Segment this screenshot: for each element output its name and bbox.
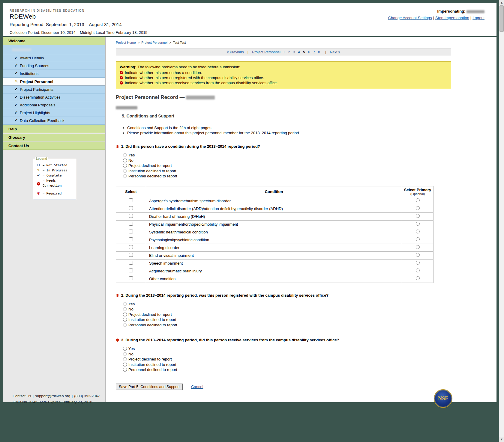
page-3-link[interactable]: 3 xyxy=(293,50,295,54)
project-personnel-link[interactable]: Project Personnel xyxy=(252,50,280,54)
primary-condition-radio[interactable] xyxy=(416,198,420,202)
legend-text: = Required xyxy=(43,191,62,196)
page-6-link[interactable]: 6 xyxy=(308,50,310,54)
radio-button[interactable] xyxy=(123,174,127,178)
sidebar-item-project-participants[interactable]: ✔ Project Participants xyxy=(3,86,105,93)
sidebar-item-help[interactable]: Help xyxy=(3,125,105,133)
sidebar-item-award-details[interactable]: ✔ Award Details xyxy=(3,54,105,62)
radio-option[interactable]: Personnel declined to report xyxy=(123,367,451,372)
condition-checkbox[interactable] xyxy=(129,261,133,265)
condition-checkbox[interactable] xyxy=(129,276,133,280)
scrollbar-thumb[interactable] xyxy=(500,5,504,32)
radio-button[interactable] xyxy=(123,352,127,356)
condition-checkbox[interactable] xyxy=(129,230,133,233)
sidebar-item-glossary[interactable]: Glossary xyxy=(3,134,105,141)
page-4-link[interactable]: 4 xyxy=(298,50,300,54)
radio-option[interactable]: Project declined to report xyxy=(123,312,451,317)
primary-condition-radio[interactable] xyxy=(416,237,420,241)
condition-checkbox[interactable] xyxy=(129,245,133,249)
primary-condition-radio[interactable] xyxy=(416,245,420,249)
save-button[interactable]: Save Part 5: Conditions and Support xyxy=(116,384,183,390)
sidebar-item-contact-us[interactable]: Contact Us xyxy=(3,142,105,150)
radio-button[interactable] xyxy=(123,313,127,316)
scrollbar[interactable]: ▲ ▼ xyxy=(499,0,504,442)
condition-checkbox[interactable] xyxy=(129,237,133,241)
radio-button[interactable] xyxy=(123,357,127,361)
primary-condition-radio[interactable] xyxy=(416,222,420,226)
primary-condition-radio[interactable] xyxy=(416,214,420,218)
condition-checkbox[interactable] xyxy=(129,268,133,272)
sidebar-item-institutions[interactable]: ✔ Institutions xyxy=(3,70,105,78)
previous-page-link[interactable]: < Previous xyxy=(226,50,244,54)
sidebar-item-welcome[interactable]: Welcome xyxy=(3,37,105,45)
radio-option[interactable]: Yes xyxy=(123,346,451,352)
radio-option[interactable]: Personnel declined to report xyxy=(123,322,451,328)
radio-button[interactable] xyxy=(123,302,127,306)
radio-option[interactable]: Personnel declined to report xyxy=(123,174,451,179)
change-account-settings-link[interactable]: Change Account Settings xyxy=(388,16,432,20)
radio-button[interactable] xyxy=(123,363,127,366)
radio-option[interactable]: Project declined to report xyxy=(123,357,451,362)
sidebar-item-dissemination-activities[interactable]: ✔ Dissemination Activities xyxy=(3,93,105,101)
primary-condition-radio[interactable] xyxy=(416,206,420,210)
needs-correction-icon: ✕ xyxy=(37,182,40,185)
legend-required: ✱ = Required xyxy=(36,191,74,196)
page-1-link[interactable]: 1 xyxy=(283,50,285,54)
radio-button[interactable] xyxy=(123,368,127,372)
sidebar-item-data-collection-feedback[interactable]: ✔ Data Collection Feedback xyxy=(3,117,105,125)
page-2-link[interactable]: 2 xyxy=(288,50,290,54)
breadcrumb-project-personnel[interactable]: Project Personnel xyxy=(141,41,167,44)
primary-condition-radio[interactable] xyxy=(416,230,420,233)
logout-link[interactable]: Logout xyxy=(472,16,484,20)
radio-button[interactable] xyxy=(123,164,127,168)
page-8-link[interactable]: 8 xyxy=(318,50,320,54)
page-7-link[interactable]: 7 xyxy=(313,50,315,54)
cancel-link[interactable]: Cancel xyxy=(191,384,203,389)
radio-option[interactable]: No xyxy=(123,158,451,163)
radio-button[interactable] xyxy=(123,323,127,327)
footer-contact-link[interactable]: Contact Us xyxy=(13,394,31,398)
bottom-divider xyxy=(116,380,451,380)
radio-button[interactable] xyxy=(123,153,127,157)
radio-button[interactable] xyxy=(123,307,127,311)
condition-checkbox[interactable] xyxy=(129,214,133,218)
condition-checkbox[interactable] xyxy=(129,198,133,202)
sidebar-item-label: Project Personnel xyxy=(20,79,53,84)
separator: | xyxy=(33,394,34,398)
sidebar-item-project-highlights[interactable]: ✔ Project Highlights xyxy=(3,109,105,117)
primary-condition-radio[interactable] xyxy=(416,261,420,265)
breadcrumb-project-home[interactable]: Project Home xyxy=(116,41,136,44)
condition-row: Other condition xyxy=(116,275,434,283)
radio-option[interactable]: Yes xyxy=(123,153,451,158)
radio-option[interactable]: Project declined to report xyxy=(123,163,451,168)
radio-button[interactable] xyxy=(123,169,127,173)
condition-checkbox[interactable] xyxy=(129,253,133,257)
condition-checkbox[interactable] xyxy=(129,206,133,210)
radio-button[interactable] xyxy=(123,318,127,322)
primary-condition-radio[interactable] xyxy=(416,253,420,257)
warning-item-text: Indicate whether this person received se… xyxy=(125,80,278,85)
stop-impersonation-link[interactable]: Stop Impersonation xyxy=(435,16,469,20)
nsf-logo: NSF xyxy=(434,390,452,407)
radio-button[interactable] xyxy=(123,347,127,351)
radio-option[interactable]: Institution declined to report xyxy=(123,168,451,174)
question-3-text: 3. During the 2013–2014 reporting period… xyxy=(121,338,339,343)
primary-condition-radio[interactable] xyxy=(416,276,420,280)
radio-option[interactable]: Institution declined to report xyxy=(123,317,451,322)
radio-option[interactable]: No xyxy=(123,352,451,357)
radio-option[interactable]: Yes xyxy=(123,301,451,307)
sidebar-item-project-personnel[interactable]: ✎ Project Personnel xyxy=(3,78,105,86)
radio-option[interactable]: No xyxy=(123,307,451,312)
footer-email-link[interactable]: support@rdeweb.org xyxy=(35,394,70,398)
complete-icon: ✔ xyxy=(14,102,18,107)
radio-button[interactable] xyxy=(123,159,127,162)
condition-checkbox[interactable] xyxy=(129,222,133,226)
scroll-up-button[interactable]: ▲ xyxy=(499,0,504,5)
sidebar-item-additional-proposals[interactable]: ✔ Additional Proposals xyxy=(3,101,105,109)
scroll-down-button[interactable]: ▼ xyxy=(499,437,504,442)
radio-option[interactable]: Institution declined to report xyxy=(123,362,451,367)
sidebar-item-award-number[interactable] xyxy=(3,45,105,54)
sidebar-item-funding-sources[interactable]: ✔ Funding Sources xyxy=(3,62,105,70)
next-page-link[interactable]: Next > xyxy=(330,50,340,54)
primary-condition-radio[interactable] xyxy=(416,268,420,272)
